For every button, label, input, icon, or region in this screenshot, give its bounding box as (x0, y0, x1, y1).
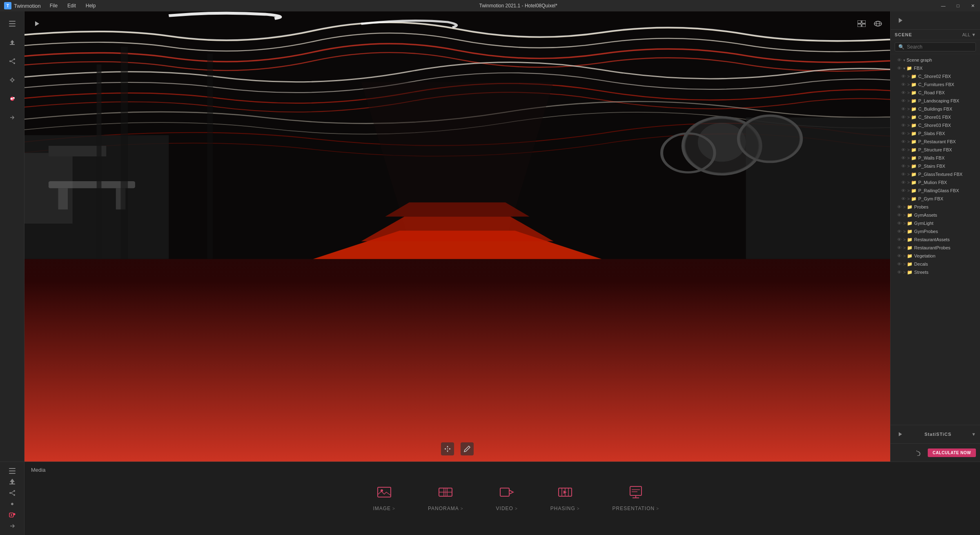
app-container: SCENE ALL ▼ 🔍 👁 ▾ Scene graph (0, 11, 980, 535)
file-menu[interactable]: File (45, 0, 62, 11)
all-filter-button[interactable]: ALL ▼ (962, 32, 976, 37)
view-mode-icon[interactable] (872, 18, 884, 30)
media-item-video[interactable]: VIDEO > (496, 486, 518, 511)
sidebar-btn-arrow[interactable] (4, 109, 20, 126)
tree-item-restaurantassets[interactable]: 👁 > 📁 RestaurantAssets (891, 235, 980, 244)
sidebar-btn-menu[interactable] (4, 16, 20, 32)
tree-item-cbuildings[interactable]: 👁 > 📁 C_Buildings FBX (891, 105, 980, 113)
tree-item-fbx[interactable]: 👁 ▾ 📁 FBX (891, 64, 980, 72)
tree-item-pglasstextured[interactable]: 👁 > 📁 P_GlassTextured FBX (891, 170, 980, 178)
layout-icon[interactable] (855, 18, 868, 30)
svg-rect-36 (862, 24, 866, 27)
svg-point-15 (13, 97, 15, 99)
app-name: Twinmotion (14, 3, 41, 9)
tree-item-pmulion[interactable]: 👁 > 📁 P_Mulion FBX (891, 178, 980, 186)
svg-marker-60 (509, 490, 513, 494)
ceiling-waves (24, 11, 890, 259)
svg-point-44 (13, 490, 15, 492)
pen-tool[interactable] (461, 442, 474, 455)
svg-point-45 (13, 494, 15, 496)
menu-bar: File Edit Help (45, 0, 101, 11)
tree-item-cshore02[interactable]: 👁 > 📁 C_Shore02 FBX (891, 72, 980, 80)
stats-header: StatiSTiCS ▼ (895, 428, 976, 440)
undo-button[interactable] (914, 447, 925, 458)
scene-label: SCENE (895, 32, 912, 37)
render-button[interactable]: CALCULATE NOW (928, 448, 976, 457)
tree-item-pgym[interactable]: 👁 > 📁 P_Gym FBX (891, 195, 980, 203)
media-item-presentation[interactable]: PRESENTATION > (612, 486, 659, 511)
svg-rect-59 (500, 488, 509, 496)
media-item-image[interactable]: IMAGE > (373, 486, 395, 511)
media-section-label: Media (24, 462, 52, 535)
tree-item-gymprobes[interactable]: 👁 > 📁 GymProbes (891, 227, 980, 235)
bottom-action-bar: CALCULATE NOW (891, 443, 980, 462)
edit-menu[interactable]: Edit (62, 0, 81, 11)
search-input-wrapper: 🔍 (895, 42, 976, 51)
tree-item-vegetation[interactable]: 👁 > 📁 Vegetation (891, 252, 980, 260)
tree-item-gymlight[interactable]: 👁 > 📁 GymLight (891, 219, 980, 227)
svg-rect-34 (862, 20, 866, 23)
tree-item-prailingglass[interactable]: 👁 > 📁 P_RailingGlass FBX (891, 186, 980, 195)
sidebar-btn-record[interactable] (4, 91, 20, 107)
svg-rect-53 (378, 487, 391, 497)
tree-item-streets[interactable]: 👁 > 📁 Streets (891, 268, 980, 276)
right-panel: SCENE ALL ▼ 🔍 👁 ▾ Scene graph (890, 11, 980, 462)
bottom-import-btn[interactable] (5, 477, 20, 486)
tree-item-cshore03[interactable]: 👁 > 📁 C_Shore03 FBX (891, 121, 980, 129)
tree-item-decals[interactable]: 👁 > 📁 Decals (891, 260, 980, 268)
svg-rect-40 (9, 468, 16, 469)
help-menu[interactable]: Help (81, 0, 101, 11)
svg-rect-33 (858, 20, 861, 23)
tree-item-prestaurant[interactable]: 👁 > 📁 P_Restaurant FBX (891, 138, 980, 146)
tree-item-pwalls[interactable]: 👁 > 📁 P_Walls FBX (891, 154, 980, 162)
app-logo: T Twinmotion (0, 2, 45, 9)
media-items-list: IMAGE > PANORAMA > (52, 462, 980, 535)
bottom-menu-btn[interactable] (5, 466, 20, 475)
tree-item-cshore01[interactable]: 👁 > 📁 C_Shore01 FBX (891, 113, 980, 121)
window-title: Twinmotion 2021.1 - Hotel08Quixel* (100, 3, 936, 9)
maximize-button[interactable]: □ (951, 0, 965, 11)
svg-point-8 (11, 79, 13, 81)
svg-rect-0 (9, 21, 16, 22)
svg-point-3 (9, 60, 11, 62)
logo-icon: T (4, 2, 11, 9)
sidebar-btn-import[interactable] (4, 34, 20, 51)
panel-play-icon[interactable] (895, 15, 906, 26)
sidebar-btn-graph[interactable] (4, 53, 20, 69)
search-input[interactable] (907, 44, 972, 50)
panel-top-icons (891, 11, 980, 30)
tree-item-pstructure[interactable]: 👁 > 📁 P_Structure FBX (891, 146, 980, 154)
bottom-graph-btn[interactable] (5, 488, 20, 497)
stats-label: StatiSTiCS (924, 432, 951, 437)
titlebar: T Twinmotion File Edit Help Twinmotion 2… (0, 0, 980, 11)
tree-item-plandscaping[interactable]: 👁 > 📁 P_Landscaping FBX (891, 97, 980, 105)
tree-item-pstairs[interactable]: 👁 > 📁 P_Stairs FBX (891, 162, 980, 170)
move-tool[interactable] (441, 442, 454, 455)
tree-item-cfurnitures[interactable]: 👁 > 📁 C_Furnitures FBX (891, 80, 980, 89)
tree-scene-graph[interactable]: 👁 ▾ Scene graph (891, 56, 980, 64)
tree-item-restaurantprobes[interactable]: 👁 > 📁 RestaurantProbes (891, 244, 980, 252)
tree-item-probes[interactable]: 👁 > 📁 Probes (891, 203, 980, 211)
play-button[interactable] (31, 18, 43, 30)
svg-line-6 (11, 60, 13, 61)
svg-point-43 (9, 492, 11, 494)
tree-item-croad[interactable]: 👁 > 📁 C_Road FBX (891, 89, 980, 97)
svg-point-25 (739, 116, 800, 161)
svg-rect-14 (11, 98, 13, 100)
tree-item-gymassets[interactable]: 👁 > 📁 GymAssets (891, 211, 980, 219)
image-icon (377, 486, 392, 502)
viewport (24, 11, 890, 462)
bottom-node-btn[interactable] (5, 499, 20, 509)
statistics-section: StatiSTiCS ▼ (891, 425, 980, 443)
scene-render (24, 11, 890, 462)
bottom-arrow-btn[interactable] (5, 522, 20, 531)
media-item-panorama[interactable]: PANORAMA > (428, 486, 463, 511)
sidebar-btn-node[interactable] (4, 72, 20, 88)
stats-play-icon[interactable] (895, 428, 906, 440)
minimize-button[interactable]: — (936, 0, 951, 11)
media-item-phasing[interactable]: PHASING > (550, 486, 580, 511)
viewport-tools (441, 442, 474, 455)
bottom-record-btn[interactable] (5, 511, 20, 520)
tree-item-pslabs[interactable]: 👁 > 📁 P_Slabs FBX (891, 129, 980, 138)
close-button[interactable]: ✕ (965, 0, 980, 11)
